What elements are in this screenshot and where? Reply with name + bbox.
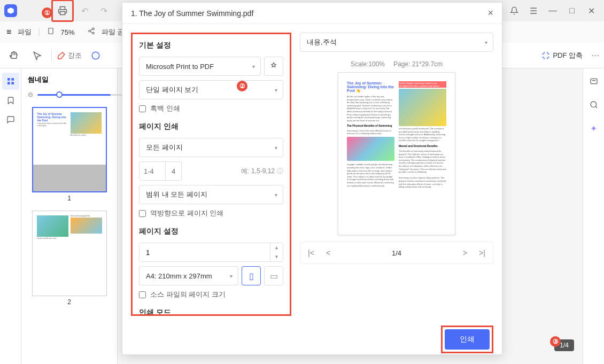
minimize-icon[interactable]: —: [544, 2, 561, 19]
svg-point-4: [92, 52, 99, 59]
nav-last-icon[interactable]: >|: [475, 245, 490, 260]
hamburger-icon[interactable]: ≡: [6, 27, 11, 37]
svg-rect-6: [11, 78, 14, 81]
svg-point-3: [92, 32, 94, 34]
print-icon[interactable]: [54, 2, 71, 19]
preview-page-size: Page: 21*29.7cm: [393, 60, 443, 68]
redo-icon[interactable]: ↷: [95, 2, 112, 19]
page-example-label: 예: 1,5-9,12 ⓘ: [241, 167, 283, 176]
print-button[interactable]: 인쇄: [445, 329, 490, 350]
svg-rect-8: [11, 82, 14, 84]
thumbnail-title: 썸네일: [28, 75, 111, 84]
nav-prev-icon[interactable]: <: [321, 245, 336, 260]
nav-next-icon[interactable]: >: [458, 245, 473, 260]
dialog-title: 1. The Joy of Summer Swimming.pdf: [131, 9, 487, 18]
dialog-close-icon[interactable]: ×: [487, 7, 493, 19]
zoom-out-icon[interactable]: ⊖: [28, 91, 33, 98]
preview-nav: |< < 1/4 > >|: [300, 242, 493, 264]
info-icon[interactable]: ⓘ: [277, 167, 283, 176]
svg-point-1: [92, 28, 94, 30]
share-icon: [88, 27, 95, 37]
reverse-pages-checkbox[interactable]: [139, 210, 146, 217]
dialog-footer: ③ 인쇄: [122, 324, 502, 354]
preview-scale: Scale:100%: [351, 60, 385, 68]
svg-point-2: [88, 30, 90, 32]
nav-first-icon[interactable]: |<: [304, 245, 319, 260]
source-page-size-label: 소스 파일의 페이지 크기: [150, 290, 226, 299]
file-menu[interactable]: 파일: [18, 27, 32, 37]
callout-one: ①: [42, 7, 52, 18]
range-pages-dropdown[interactable]: 범위 내 모든 페이지: [139, 185, 283, 204]
search-icon[interactable]: [585, 96, 602, 113]
paper-size-dropdown[interactable]: A4: 210mm x 297mm: [139, 266, 238, 285]
color-picker-icon[interactable]: [86, 46, 105, 65]
dialog-header: 1. The Joy of Summer Swimming.pdf ×: [122, 3, 502, 24]
svg-rect-9: [591, 79, 597, 83]
copies-up-icon[interactable]: ▲: [270, 243, 283, 252]
portrait-icon[interactable]: ▯: [242, 266, 261, 285]
preview-panel: 내용,주석 Scale:100% Page: 21*29.7cm The Joy…: [300, 33, 493, 316]
close-window-icon[interactable]: ✕: [583, 2, 600, 19]
page-print-label: 페이지 인쇄: [139, 122, 283, 131]
zoom-level[interactable]: 75%: [61, 28, 75, 36]
undo-icon[interactable]: ↶: [76, 2, 93, 19]
print-dialog: 1. The Joy of Summer Swimming.pdf × ② 기본…: [122, 2, 502, 355]
svg-rect-5: [7, 78, 10, 81]
page-icon: [47, 27, 55, 37]
grayscale-label: 흑백 인쇄: [150, 104, 180, 113]
app-logo-icon: [4, 4, 17, 17]
cursor-tool-icon[interactable]: [28, 46, 47, 65]
svg-point-11: [591, 102, 597, 107]
thumbnails-tab-icon[interactable]: [2, 73, 19, 90]
nav-page-label: 1/4: [338, 249, 455, 257]
svg-rect-7: [7, 82, 10, 84]
highlight-tool[interactable]: 강조: [56, 51, 82, 60]
svg-rect-0: [48, 28, 52, 34]
copies-down-icon[interactable]: ▼: [270, 252, 283, 261]
left-rail: [0, 68, 21, 364]
print-settings-panel: 기본 설정 Microsoft Print to PDF 단일 페이지 보기 흑…: [131, 33, 291, 316]
ai-sparkle-icon[interactable]: ✦: [585, 120, 602, 137]
print-mode-label: 인쇄 모드: [139, 308, 283, 316]
menu-icon[interactable]: ☰: [525, 2, 542, 19]
thumbnail-panel: 썸네일 ⊖ The Joy of Summer Swimming: Diving…: [21, 68, 118, 364]
comments-tab-icon[interactable]: [2, 111, 19, 128]
copies-input[interactable]: ▲▼: [139, 243, 283, 262]
thumbnail-page-1[interactable]: The Joy of Summer Swimming: Diving into …: [28, 107, 111, 202]
reverse-pages-label: 역방향으로 페이지 인쇄: [150, 208, 223, 218]
bookmarks-tab-icon[interactable]: [2, 92, 19, 109]
callout-three: ③: [550, 336, 561, 347]
source-page-size-checkbox[interactable]: [139, 291, 146, 298]
view-mode-dropdown[interactable]: 단일 페이지 보기: [139, 80, 283, 99]
callout-two: ②: [237, 81, 247, 91]
page-range-dropdown[interactable]: 모든 페이지: [139, 138, 283, 157]
preview-content-dropdown[interactable]: 내용,주석: [300, 33, 493, 52]
maximize-icon[interactable]: □: [563, 2, 580, 19]
grayscale-checkbox[interactable]: [139, 105, 146, 112]
annotations-icon[interactable]: [585, 73, 602, 90]
page-range-input[interactable]: [139, 161, 166, 181]
thumbnail-page-2[interactable]: Content text filler here more Text conte…: [28, 211, 111, 306]
page-settings-label: 페이지 설정: [139, 227, 283, 236]
preview-page: The Joy of Summer Swimming: Diving into …: [338, 72, 455, 235]
printer-settings-icon[interactable]: [264, 57, 283, 76]
right-rail: ✦: [583, 68, 604, 364]
thumbnail-zoom-slider[interactable]: ⊖: [28, 91, 111, 98]
toolbar-more-icon[interactable]: ⋯: [591, 50, 600, 60]
page-total-label: 4: [166, 161, 182, 181]
pdf-compress-button[interactable]: PDF 압축: [541, 51, 583, 60]
printer-dropdown[interactable]: Microsoft Print to PDF: [139, 57, 261, 76]
hand-tool-icon[interactable]: [4, 46, 24, 65]
bell-icon[interactable]: [506, 2, 523, 19]
landscape-icon[interactable]: ▭: [264, 266, 283, 285]
svg-line-12: [595, 106, 597, 108]
basic-settings-label: 기본 설정: [139, 41, 283, 50]
